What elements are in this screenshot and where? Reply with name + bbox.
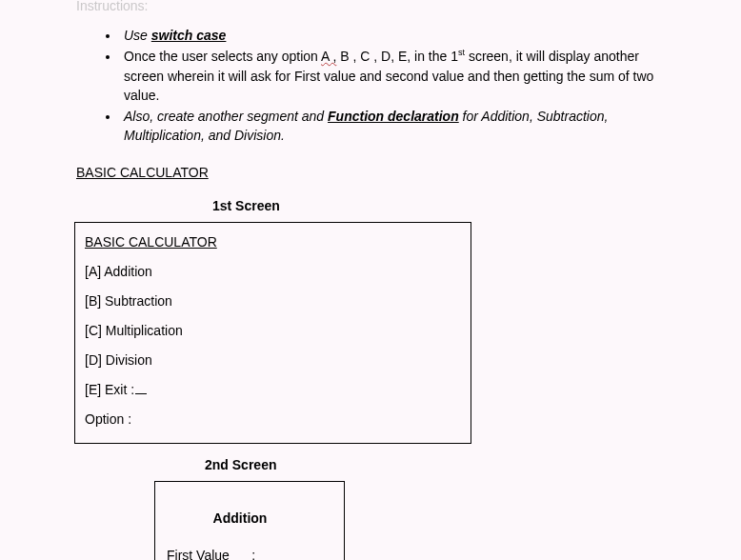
first-screen-label: 1st Screen: [212, 196, 665, 216]
wavy-text: A ,: [321, 49, 336, 64]
instruction-list: Use switch case Once the user selects an…: [120, 26, 665, 146]
second-screen-mock: Addition First Value : Second Value : Su…: [154, 481, 345, 560]
exit-text: [E] Exit :: [85, 382, 134, 397]
bullet-text: Once the user selects any option: [124, 49, 321, 64]
box1-option-e: [E] Exit :: [85, 380, 461, 400]
box1-option-a: [A] Addition: [85, 262, 461, 282]
list-item: Also, create another segment and Functio…: [120, 107, 665, 146]
list-item: Use switch case: [120, 26, 665, 45]
keyword-function-declaration: Function declaration: [328, 109, 459, 124]
box2-title: Addition: [148, 509, 332, 529]
section-title-basic-calculator: BASIC CALCULATOR: [76, 163, 665, 183]
box1-option-b: [B] Subtraction: [85, 291, 461, 311]
list-item: Once the user selects any option A , B ,…: [120, 47, 665, 105]
bullet-text: B , C , D, E, in the 1: [336, 49, 458, 64]
box1-title: BASIC CALCULATOR: [85, 232, 461, 252]
cursor-underline: [135, 393, 147, 394]
bullet-text: Also, create another segment and: [124, 109, 328, 124]
keyword-switch-case: switch case: [151, 28, 227, 43]
box2-first-value: First Value :: [167, 546, 332, 560]
box1-option-c: [C] Multiplication: [85, 321, 461, 341]
box1-option-d: [D] Division: [85, 350, 461, 370]
instructions-heading: Instructions:: [76, 0, 665, 16]
superscript: st: [458, 49, 465, 58]
bullet-text: Use: [124, 28, 151, 43]
first-screen-mock: BASIC CALCULATOR [A] Addition [B] Subtra…: [74, 222, 471, 444]
box1-option-prompt: Option :: [85, 410, 461, 430]
second-screen-label: 2nd Screen: [205, 455, 665, 475]
